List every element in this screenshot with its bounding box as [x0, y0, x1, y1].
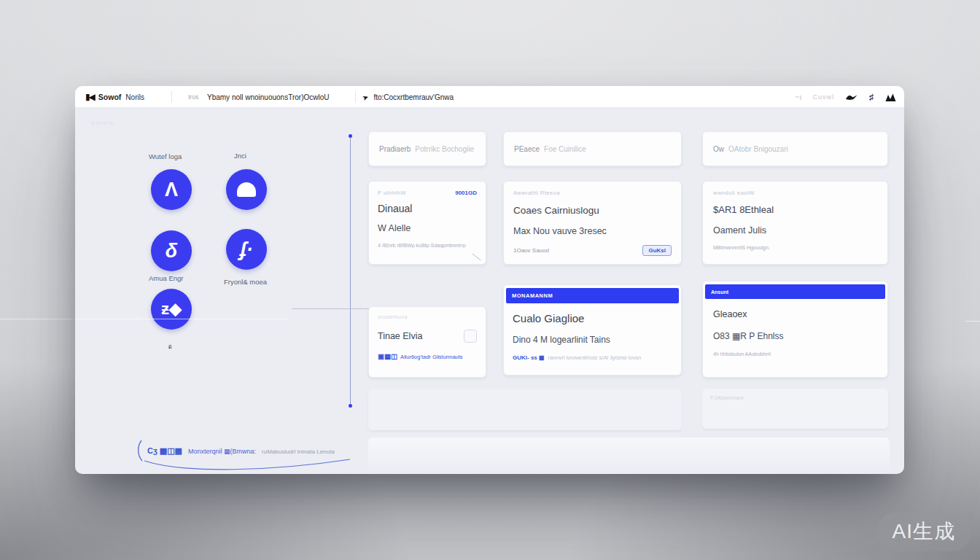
- dome-icon: [237, 182, 256, 197]
- ghost-card-right: PJAtawnnam: [702, 389, 888, 429]
- ansunt-card[interactable]: Ansunt Gleaoex O83 ▦R P Ehnlss 4h hhbsbu…: [702, 281, 888, 378]
- launcher-label-fryonl: Fryonl& moea: [224, 278, 267, 286]
- card-link[interactable]: 9001GD: [455, 190, 477, 196]
- plus-marker: +: [133, 312, 139, 323]
- card-eyebrow: PJAtawnnam: [710, 395, 880, 400]
- launcher-icon-home[interactable]: [226, 169, 267, 210]
- card-link[interactable]: GUKl- ss ▦: [513, 354, 545, 361]
- footer-muted-label: ruMabusludrl Intnata Lenuta: [262, 448, 335, 455]
- card-link-muted: rannvrl lorovenlrhotz s/Al 3ytshsl lovsn: [548, 354, 642, 361]
- topbar: ▮◀ Sowof Norils Iros Ybamy noll wnoinuou…: [75, 86, 904, 108]
- doc-hint-label: Iros: [188, 93, 198, 101]
- card-subtitle: W Alelle: [378, 223, 477, 233]
- timeline-dot: [349, 134, 352, 138]
- card-eyebrow: Awwrathl Rteeoa: [513, 190, 672, 196]
- app-window: ▮◀ Sowof Norils Iros Ybamy noll wnoinuou…: [75, 86, 904, 474]
- corner-hint-label: ammm: [91, 120, 114, 126]
- header-card-1[interactable]: Pradiaerb Potrrikc Bochogiie: [368, 131, 486, 166]
- launcher-icon-squiggle[interactable]: δ: [151, 230, 192, 271]
- launcher-icon-f[interactable]: ʄ·: [226, 229, 267, 270]
- ai-watermark-badge: AI生成: [876, 512, 971, 551]
- ethical-card[interactable]: wwnduli eaotW $AR1 8Ethleal Oament Julis…: [702, 181, 888, 265]
- footer-signature: Cʒ ▩◫▦ Monxterqnil ▦(Bmwna: ruMabusludrl…: [137, 440, 385, 474]
- footer-panel: [368, 438, 890, 474]
- launcher-caption: ɕ: [168, 343, 172, 350]
- swoosh-icon[interactable]: [845, 93, 858, 101]
- ghost-card-wide: [368, 389, 682, 430]
- wave-icon[interactable]: ~ı: [795, 93, 801, 101]
- topbar-divider: [171, 91, 172, 103]
- topbar-actions: ~ı Cuvwl ♯: [795, 86, 897, 108]
- cjk-glyph-icons: ▣▦◫: [378, 352, 397, 360]
- muted-action-label: Cuvwl: [812, 93, 834, 101]
- cursor-icon: ➤: [362, 92, 370, 101]
- card-title: Tinae Elvia: [378, 331, 422, 341]
- card-title: Cualo Giaglioe: [513, 312, 681, 324]
- background-streak: [965, 321, 980, 322]
- path-label: fto:Cocxrtbemrauv'Gnwa: [373, 93, 454, 101]
- card-subtitle: Dino 4 M logearlinit Tains: [513, 335, 681, 345]
- task-checkbox[interactable]: [464, 330, 477, 343]
- card-band-header: Ansunt: [705, 284, 885, 299]
- timeline-dot: [349, 404, 352, 408]
- footer-glyphs[interactable]: Cʒ ▩◫▦: [147, 446, 182, 456]
- f-hook-icon: ʄ·: [240, 240, 253, 260]
- card-band-header: MONAMANNM: [506, 288, 679, 303]
- header-card-2[interactable]: PEaece Foe Cuinilice: [503, 131, 682, 166]
- header-muted-text: Potrrikc Bochogiie: [415, 145, 474, 153]
- card-title: Gleaoex: [713, 309, 887, 319]
- header-muted-text: Foe Cuinilice: [544, 145, 586, 153]
- card-title: Coaes Cairniuslogu: [513, 205, 672, 216]
- squiggle-icon: δ: [166, 241, 177, 261]
- card-subtitle: Oament Julis: [713, 225, 877, 236]
- card-eyebrow: P uthhihW: [378, 190, 406, 196]
- hash-icon[interactable]: ♯: [869, 92, 874, 102]
- card-footnote: 4h hhbsbulon AAobobhrrt: [713, 351, 887, 357]
- connector-line: [292, 308, 369, 309]
- graphite-card[interactable]: MONAMANNM Cualo Giaglioe Dino 4 M logear…: [503, 284, 682, 376]
- header-card-3[interactable]: Ow OAtobr Bnigouzari: [702, 131, 888, 166]
- card-subtitle: O83 ▦R P Ehnlss: [713, 331, 887, 341]
- card-eyebrow: wwnduli eaotW: [713, 190, 877, 196]
- launcher-icon-mountain[interactable]: Λ: [151, 169, 192, 210]
- launcher-label-amua: Amua Engr: [149, 274, 184, 282]
- card-subtitle: Max Nou vauve 3resec: [513, 226, 672, 236]
- card-footnote: 1Oaov Sauod: [513, 247, 549, 254]
- card-action-button[interactable]: GuKsl: [642, 245, 672, 256]
- card-footnote: 4 /B[nrb rBfBWp kuBtp-Sdaqpmbnnlrrp: [378, 243, 477, 248]
- card-title: $AR1 8Ethleal: [713, 204, 877, 215]
- faint-guide-line: [75, 319, 288, 319]
- resize-tick: [472, 253, 481, 260]
- topbar-divider: [355, 91, 356, 103]
- brand-subname: Norils: [125, 93, 144, 101]
- timeline-divider: [350, 136, 351, 405]
- header-strong-text: Ow: [713, 145, 724, 153]
- app-logo-icon[interactable]: ▮◀: [85, 92, 94, 102]
- header-muted-text: OAtobr Bnigouzari: [728, 145, 788, 153]
- chevron-peak-icon: Λ: [165, 180, 178, 200]
- background-streak: [0, 319, 73, 319]
- launcher-icon-z[interactable]: ƶ◆: [151, 289, 192, 330]
- brand-name: Sowof: [98, 93, 122, 101]
- mountain-icon[interactable]: [884, 93, 897, 102]
- card-link-row[interactable]: ▣▦◫ Ailur6og'tadr Gilstunnauts: [378, 352, 477, 360]
- document-title: Ybamy noll wnoinuouonsTror)OcwloU: [207, 93, 329, 101]
- header-strong-text: PEaece: [514, 145, 540, 153]
- card-link-text: Ailur6og'tadr Gilstunnauts: [400, 354, 463, 360]
- header-strong-text: Pradiaerb: [379, 145, 411, 153]
- publish-card[interactable]: P uthhihW 9001GD Dinaual W Alelle 4 /B[n…: [368, 181, 486, 265]
- card-footnote: MBtmwnnnrtS Hgouoign.: [713, 245, 877, 250]
- launcher-label-jnci: Jnci: [234, 152, 246, 160]
- tasks-card[interactable]: uroabrbuoa Tinae Elvia ▣▦◫ Ailur6og'tadr…: [368, 306, 486, 378]
- footer-blue-label[interactable]: Monxterqnil ▦(Bmwna:: [188, 448, 256, 455]
- commission-card[interactable]: Awwrathl Rteeoa Coaes Cairniuslogu Max N…: [503, 181, 682, 265]
- z-diamond-icon: ƶ◆: [161, 301, 182, 317]
- card-eyebrow: uroabrbuoa: [378, 314, 477, 319]
- launcher-label-wutef: Wutef loga: [149, 152, 182, 160]
- card-title: Dinaual: [378, 203, 477, 214]
